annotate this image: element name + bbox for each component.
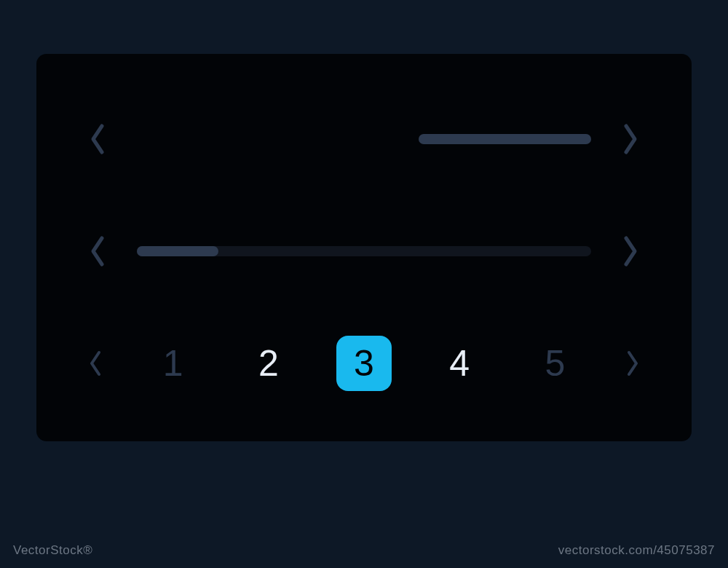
next-page-button[interactable] bbox=[625, 349, 641, 378]
carousel-indicator-row bbox=[36, 106, 692, 172]
prev-page-button[interactable] bbox=[87, 349, 103, 378]
progress-slider[interactable] bbox=[137, 246, 591, 256]
chevron-right-icon bbox=[620, 234, 641, 269]
chevron-left-icon bbox=[87, 234, 108, 269]
page-number-2[interactable]: 2 bbox=[241, 336, 296, 391]
indicator-track[interactable] bbox=[137, 134, 591, 144]
slider-fill bbox=[137, 246, 218, 256]
indicator-active-segment bbox=[419, 134, 591, 144]
pagination-pages: 12345 bbox=[125, 336, 603, 391]
next-button-row1[interactable] bbox=[620, 122, 641, 157]
pagination-row: 12345 bbox=[36, 331, 692, 396]
page-number-3[interactable]: 3 bbox=[336, 336, 392, 391]
next-button-row2[interactable] bbox=[620, 234, 641, 269]
chevron-left-icon bbox=[87, 122, 108, 157]
watermark-brand: VectorStock® bbox=[13, 543, 92, 558]
ui-panel: 12345 bbox=[36, 54, 692, 441]
watermark-id: vectorstock.com/45075387 bbox=[558, 543, 715, 558]
page-number-1[interactable]: 1 bbox=[146, 336, 201, 391]
chevron-right-icon bbox=[620, 122, 641, 157]
progress-slider-row bbox=[36, 218, 692, 284]
chevron-right-icon bbox=[625, 349, 641, 378]
prev-button-row2[interactable] bbox=[87, 234, 108, 269]
page-number-4[interactable]: 4 bbox=[432, 336, 487, 391]
prev-button-row1[interactable] bbox=[87, 122, 108, 157]
chevron-left-icon bbox=[87, 349, 103, 378]
page-number-5[interactable]: 5 bbox=[527, 336, 582, 391]
